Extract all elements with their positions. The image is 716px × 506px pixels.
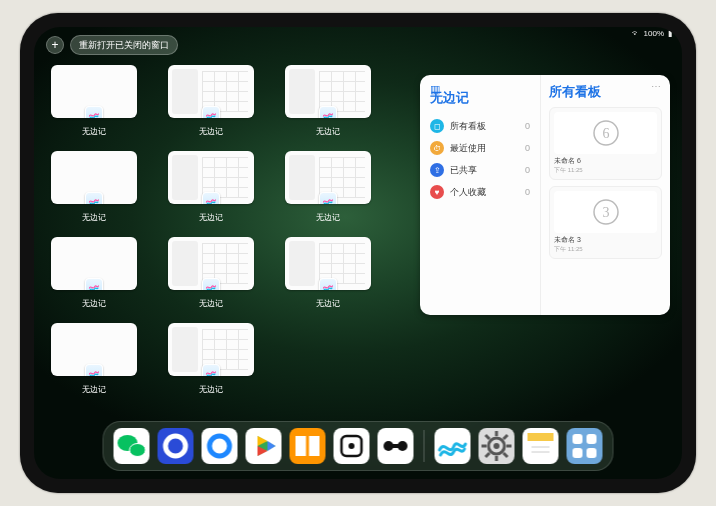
sidebar-item-count: 0 bbox=[525, 143, 530, 153]
window-thumbnail[interactable]: 无边记 bbox=[281, 237, 376, 309]
dock-app-browser-2[interactable] bbox=[202, 428, 238, 464]
freeform-app-icon bbox=[319, 106, 337, 118]
svg-marker-11 bbox=[268, 441, 276, 451]
top-controls: + 重新打开已关闭的窗口 bbox=[46, 35, 178, 55]
svg-line-26 bbox=[486, 453, 490, 457]
freeform-app-icon bbox=[85, 278, 103, 290]
board-name: 未命名 6下午 11:25 bbox=[554, 156, 657, 175]
window-thumbnail[interactable]: 无边记 bbox=[281, 65, 376, 137]
board-time: 下午 11:25 bbox=[554, 245, 657, 254]
ipad-device-frame: ᯤ 100% ▮ + 重新打开已关闭的窗口 无边记无边记无边记无边记无边记无边记… bbox=[20, 13, 696, 493]
svg-rect-31 bbox=[573, 434, 583, 444]
thumbnail-preview bbox=[51, 151, 137, 204]
freeform-app-icon bbox=[202, 364, 220, 376]
svg-point-5 bbox=[130, 444, 146, 457]
dock bbox=[103, 421, 614, 471]
battery-label: 100% bbox=[644, 29, 664, 38]
window-thumbnail[interactable]: 无边记 bbox=[46, 65, 141, 137]
wifi-icon: ᯤ bbox=[632, 29, 640, 38]
thumbnail-preview bbox=[285, 237, 371, 290]
dock-app-browser-1[interactable] bbox=[158, 428, 194, 464]
window-thumbnail[interactable]: 无边记 bbox=[46, 323, 141, 395]
thumbnail-label: 无边记 bbox=[316, 212, 340, 223]
thumbnail-preview bbox=[168, 65, 254, 118]
screen: ᯤ 100% ▮ + 重新打开已关闭的窗口 无边记无边记无边记无边记无边记无边记… bbox=[34, 27, 682, 479]
thumbnail-preview bbox=[168, 237, 254, 290]
sidebar-item-label: 个人收藏 bbox=[450, 186, 486, 199]
dock-app-notes[interactable] bbox=[523, 428, 559, 464]
sidebar-toggle-icon[interactable]: ▥ bbox=[430, 83, 440, 96]
freeform-app-icon bbox=[319, 278, 337, 290]
svg-point-18 bbox=[494, 443, 500, 449]
more-icon[interactable]: ⋯ bbox=[651, 81, 662, 92]
svg-line-25 bbox=[504, 435, 508, 439]
freeform-app-icon bbox=[85, 364, 103, 376]
sidebar-item[interactable]: ⏱最近使用0 bbox=[430, 137, 530, 159]
sidebar-item-icon: ♥ bbox=[430, 185, 444, 199]
dock-separator bbox=[424, 430, 425, 462]
reopen-closed-window-button[interactable]: 重新打开已关闭的窗口 bbox=[70, 35, 178, 55]
dock-app-dice[interactable] bbox=[334, 428, 370, 464]
status-bar: ᯤ 100% ▮ bbox=[632, 29, 672, 38]
thumbnail-label: 无边记 bbox=[82, 212, 106, 223]
thumbnail-label: 无边记 bbox=[199, 298, 223, 309]
dock-app-freeform[interactable] bbox=[435, 428, 471, 464]
freeform-app-icon bbox=[202, 192, 220, 204]
add-button[interactable]: + bbox=[46, 36, 64, 54]
sidebar-item[interactable]: ◻所有看板0 bbox=[430, 115, 530, 137]
battery-icon: ▮ bbox=[668, 29, 672, 38]
svg-text:3: 3 bbox=[602, 205, 609, 220]
thumbnail-label: 无边记 bbox=[82, 384, 106, 395]
sidebar-item-label: 所有看板 bbox=[450, 120, 486, 133]
thumbnail-label: 无边记 bbox=[316, 298, 340, 309]
svg-rect-16 bbox=[392, 444, 400, 448]
panel-sidebar: 无边记 ◻所有看板0⏱最近使用0⇪已共享0♥个人收藏0 bbox=[420, 75, 540, 315]
svg-point-7 bbox=[210, 436, 230, 456]
thumbnail-label: 无边记 bbox=[199, 212, 223, 223]
dock-app-app-library[interactable] bbox=[567, 428, 603, 464]
dock-app-connect[interactable] bbox=[378, 428, 414, 464]
sidebar-item-label: 最近使用 bbox=[450, 142, 486, 155]
window-thumbnail[interactable]: 无边记 bbox=[46, 237, 141, 309]
thumbnail-label: 无边记 bbox=[82, 298, 106, 309]
freeform-expose-panel[interactable]: ▥ ⋯ 无边记 ◻所有看板0⏱最近使用0⇪已共享0♥个人收藏0 所有看板 6未命… bbox=[420, 75, 670, 315]
window-thumbnail[interactable]: 无边记 bbox=[281, 151, 376, 223]
svg-rect-34 bbox=[587, 448, 597, 458]
freeform-app-icon bbox=[85, 192, 103, 204]
svg-point-13 bbox=[349, 443, 355, 449]
window-thumbnail[interactable]: 无边记 bbox=[163, 237, 258, 309]
thumbnail-preview bbox=[51, 237, 137, 290]
dock-app-books[interactable] bbox=[290, 428, 326, 464]
board-time: 下午 11:25 bbox=[554, 166, 657, 175]
board-card[interactable]: 6未命名 6下午 11:25 bbox=[549, 107, 662, 180]
board-preview: 6 bbox=[554, 112, 657, 154]
thumbnail-label: 无边记 bbox=[199, 384, 223, 395]
thumbnail-label: 无边记 bbox=[199, 126, 223, 137]
sidebar-item[interactable]: ♥个人收藏0 bbox=[430, 181, 530, 203]
thumbnail-preview bbox=[168, 151, 254, 204]
thumbnail-label: 无边记 bbox=[82, 126, 106, 137]
panel-boards: 所有看板 6未命名 6下午 11:253未命名 3下午 11:25 bbox=[540, 75, 670, 315]
window-thumbnail[interactable]: 无边记 bbox=[163, 151, 258, 223]
panel-right-title: 所有看板 bbox=[549, 83, 662, 101]
dock-app-wechat[interactable] bbox=[114, 428, 150, 464]
freeform-app-icon bbox=[202, 106, 220, 118]
sidebar-item-icon: ⇪ bbox=[430, 163, 444, 177]
svg-rect-28 bbox=[528, 441, 554, 459]
freeform-app-icon bbox=[319, 192, 337, 204]
svg-rect-33 bbox=[573, 448, 583, 458]
dock-app-settings[interactable] bbox=[479, 428, 515, 464]
window-thumbnail[interactable]: 无边记 bbox=[46, 151, 141, 223]
dock-app-play[interactable] bbox=[246, 428, 282, 464]
board-name: 未命名 3下午 11:25 bbox=[554, 235, 657, 254]
panel-title: 无边记 bbox=[430, 89, 530, 107]
svg-text:6: 6 bbox=[602, 126, 609, 141]
svg-rect-32 bbox=[587, 434, 597, 444]
sidebar-item[interactable]: ⇪已共享0 bbox=[430, 159, 530, 181]
sidebar-item-count: 0 bbox=[525, 121, 530, 131]
sidebar-item-count: 0 bbox=[525, 187, 530, 197]
window-thumbnail[interactable]: 无边记 bbox=[163, 323, 258, 395]
window-thumbnail[interactable]: 无边记 bbox=[163, 65, 258, 137]
freeform-app-icon bbox=[85, 106, 103, 118]
board-card[interactable]: 3未命名 3下午 11:25 bbox=[549, 186, 662, 259]
